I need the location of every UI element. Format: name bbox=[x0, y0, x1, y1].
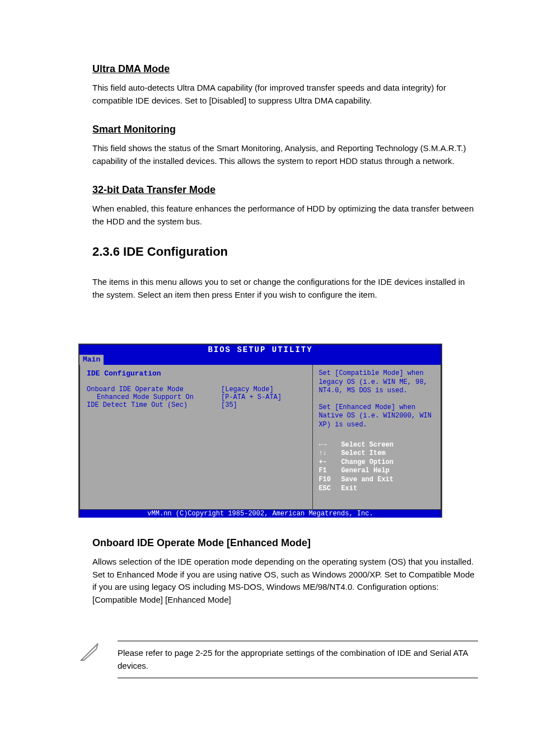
bios-nav-help: F1 General Help bbox=[318, 467, 435, 476]
bios-row-detect-timeout[interactable]: IDE Detect Time Out (Sec) [35] bbox=[87, 401, 306, 409]
smart-heading: Smart Monitoring bbox=[92, 124, 534, 135]
note-section: Please refer to page 2-25 for the approp… bbox=[78, 641, 478, 678]
bios-nav-select-item: ↑↓ Select Item bbox=[318, 449, 435, 458]
bios-window: BIOS SETUP UTILITY Main IDE Configuratio… bbox=[78, 344, 442, 518]
bios-title: BIOS SETUP UTILITY bbox=[79, 345, 441, 355]
bios-row-enhanced-mode[interactable]: Enhanced Mode Support On [P-ATA + S-ATA] bbox=[87, 393, 306, 401]
bios-row-label: Onboard IDE Operate Mode bbox=[87, 386, 221, 393]
bios-nav-change-option: +- Change Option bbox=[318, 458, 435, 467]
nav-key-plusminus: +- bbox=[318, 458, 341, 467]
bios-left-panel: IDE Configuration Onboard IDE Operate Mo… bbox=[79, 365, 313, 510]
bios-row-label: IDE Detect Time Out (Sec) bbox=[87, 401, 221, 409]
bios-menu-tab-main[interactable]: Main bbox=[79, 355, 104, 365]
smart-text: This field shows the status of the Smart… bbox=[92, 142, 478, 167]
bios-right-panel: Set [Compatible Mode] when legacy OS (i.… bbox=[313, 365, 441, 510]
nav-label: General Help bbox=[341, 467, 389, 476]
bios-config-header: IDE Configuration bbox=[87, 369, 306, 378]
note-icon bbox=[78, 641, 101, 663]
ide-config-description: The items in this menu allows you to set… bbox=[92, 276, 478, 301]
bios-menu-bar: Main bbox=[79, 355, 441, 365]
nav-key-f1: F1 bbox=[318, 467, 341, 476]
bits32-heading: 32-bit Data Transfer Mode bbox=[92, 184, 534, 196]
bios-footer: vMM.nn (C)Copyright 1985-2002, American … bbox=[79, 510, 441, 518]
nav-label: Select Screen bbox=[341, 441, 394, 450]
bios-help-p1: Set [Compatible Mode] when legacy OS (i.… bbox=[318, 369, 435, 396]
nav-key-arrows-ud: ↑↓ bbox=[318, 449, 341, 458]
nav-key-f10: F10 bbox=[318, 476, 341, 485]
below-heading: Onboard IDE Operate Mode [Enhanced Mode] bbox=[92, 537, 478, 549]
bios-nav-section: ←→ Select Screen ↑↓ Select Item +- Chang… bbox=[318, 441, 435, 494]
ultra-dma-text: This field auto-detects Ultra DMA capabi… bbox=[92, 82, 478, 107]
nav-label: Change Option bbox=[341, 458, 394, 467]
bios-nav-save: F10 Save and Exit bbox=[318, 476, 435, 485]
nav-label: Save and Exit bbox=[341, 476, 394, 485]
bits32-text: When enabled, this feature enhances the … bbox=[92, 203, 478, 228]
nav-key-esc: ESC bbox=[318, 485, 341, 494]
note-text: Please refer to page 2-25 for the approp… bbox=[118, 641, 478, 678]
nav-key-arrows-lr: ←→ bbox=[318, 441, 341, 450]
bios-nav-select-screen: ←→ Select Screen bbox=[318, 441, 435, 450]
bios-row-value: [35] bbox=[221, 401, 306, 409]
bios-row-value: [Legacy Mode] bbox=[221, 386, 306, 393]
bios-row-label: Enhanced Mode Support On bbox=[87, 393, 221, 401]
bios-row-value: [P-ATA + S-ATA] bbox=[221, 393, 306, 401]
below-text: Allows selection of the IDE operation mo… bbox=[92, 556, 478, 606]
nav-label: Exit bbox=[341, 485, 357, 494]
bios-help-p2: Set [Enhanced Mode] when Native OS (i.e.… bbox=[318, 403, 435, 430]
ultra-dma-heading: Ultra DMA Mode bbox=[92, 63, 534, 75]
ide-config-header: 2.3.6 IDE Configuration bbox=[92, 245, 534, 259]
nav-label: Select Item bbox=[341, 449, 385, 458]
bios-nav-exit: ESC Exit bbox=[318, 485, 435, 494]
bios-row-operate-mode[interactable]: Onboard IDE Operate Mode [Legacy Mode] bbox=[87, 386, 306, 393]
